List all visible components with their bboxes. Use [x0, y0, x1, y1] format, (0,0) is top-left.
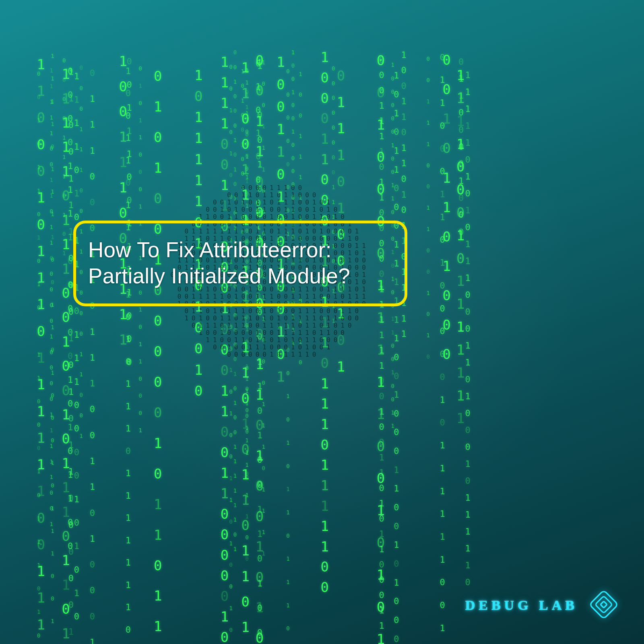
svg-rect-0	[589, 590, 618, 619]
brand-mark: DEBUG LAB	[465, 588, 621, 623]
matrix-rain-background: 1111100110110000010000111110010010110100…	[0, 0, 644, 644]
headline-frame: How To Fix Attributeerror: Partially Ini…	[73, 221, 407, 306]
headline-text: How To Fix Attributeerror: Partially Ini…	[88, 237, 392, 289]
svg-rect-1	[595, 596, 613, 613]
brand-text: DEBUG LAB	[465, 598, 578, 613]
debug-lab-logo-icon	[587, 588, 621, 623]
graphic-card: 1111100110110000010000111110010010110100…	[0, 0, 644, 644]
svg-rect-2	[601, 601, 607, 608]
